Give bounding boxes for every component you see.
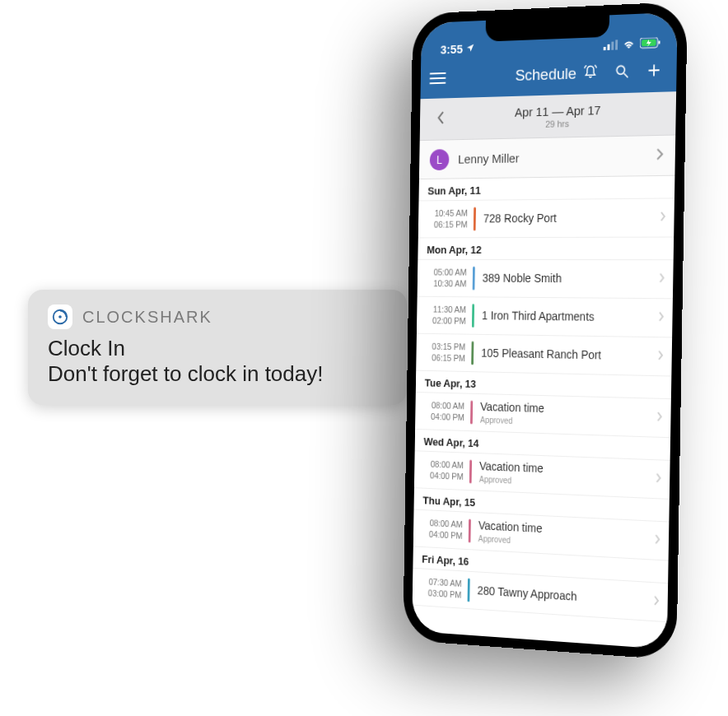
bell-icon[interactable] — [582, 63, 598, 83]
app-icon — [48, 305, 72, 329]
shift-title: 280 Tawny Approach — [477, 583, 653, 609]
nav-bar: Schedule — [420, 49, 677, 99]
chevron-right-icon — [653, 593, 660, 611]
shift-title: Vacation timeApproved — [478, 518, 655, 553]
shift-row[interactable]: 11:30 AM02:00 PM1 Iron Third Apartments — [417, 297, 673, 338]
shift-color-bar — [469, 460, 472, 484]
schedule-list[interactable]: Sun Apr, 1110:45 AM06:15 PM728 Rocky Por… — [412, 176, 674, 649]
notification-app-name: CLOCKSHARK — [82, 308, 212, 327]
day-header: Mon Apr, 12 — [418, 238, 674, 261]
shift-times: 08:00 AM04:00 PM — [422, 518, 469, 542]
shift-title: 389 Noble Smith — [483, 271, 659, 286]
svg-point-1 — [58, 315, 62, 318]
shift-color-bar — [473, 267, 475, 291]
svg-rect-4 — [611, 41, 614, 49]
shift-times: 03:15 PM06:15 PM — [425, 342, 472, 365]
shift-title: 728 Rocky Port — [483, 211, 660, 226]
notification-title: Clock In — [48, 336, 387, 361]
shift-color-bar — [471, 342, 474, 365]
location-arrow-icon — [466, 41, 475, 55]
shift-color-bar — [469, 519, 471, 543]
battery-charging-icon — [640, 37, 661, 49]
shift-title: Vacation timeApproved — [479, 459, 656, 492]
shift-times: 07:30 AM03:00 PM — [422, 576, 468, 601]
shift-row[interactable]: 10:45 AM06:15 PM728 Rocky Port — [418, 198, 674, 238]
shift-times: 10:45 AM06:15 PM — [427, 208, 474, 230]
signal-icon — [604, 40, 618, 50]
day-header: Sun Apr, 11 — [418, 176, 674, 202]
shift-subtitle: Approved — [478, 534, 655, 554]
svg-rect-7 — [659, 40, 660, 44]
employee-name: Lenny Miller — [458, 148, 656, 165]
chevron-right-icon — [655, 470, 661, 488]
chevron-right-icon — [658, 270, 665, 288]
prev-week-button[interactable] — [429, 103, 453, 134]
svg-line-10 — [624, 73, 628, 77]
chevron-right-icon — [660, 209, 666, 227]
status-time: 3:55 — [441, 42, 463, 57]
shift-color-bar — [472, 304, 474, 328]
wifi-icon — [623, 39, 636, 49]
shift-color-bar — [468, 579, 470, 602]
notification-body: Don't forget to clock in today! — [48, 361, 387, 387]
hamburger-icon[interactable] — [428, 69, 448, 87]
phone-frame: 3:55 — [403, 2, 688, 660]
shift-row[interactable]: 05:00 AM10:30 AM389 Noble Smith — [418, 260, 674, 300]
shift-times: 05:00 AM10:30 AM — [427, 267, 474, 289]
svg-point-9 — [617, 65, 625, 73]
shift-times: 08:00 AM04:00 PM — [423, 458, 469, 482]
shift-title: 105 Pleasant Ranch Port — [481, 346, 657, 364]
svg-rect-3 — [607, 44, 609, 49]
shift-subtitle: Approved — [480, 415, 656, 430]
shift-times: 08:00 AM04:00 PM — [424, 400, 471, 423]
svg-rect-2 — [604, 46, 606, 49]
shift-color-bar — [474, 207, 476, 231]
phone-screen: 3:55 — [412, 12, 678, 649]
chevron-right-icon — [654, 532, 660, 550]
push-notification[interactable]: CLOCKSHARK Clock In Don't forget to cloc… — [28, 290, 407, 405]
shift-title: Vacation timeApproved — [480, 400, 656, 431]
shift-subtitle: Approved — [479, 474, 656, 492]
shift-color-bar — [470, 401, 473, 425]
shift-times: 11:30 AM02:00 PM — [426, 305, 473, 327]
date-range-bar: Apr 11 — Apr 17 29 hrs — [420, 91, 676, 141]
chevron-right-icon — [656, 146, 664, 165]
chevron-right-icon — [656, 409, 663, 427]
employee-selector[interactable]: L Lenny Miller — [419, 136, 675, 180]
chevron-right-icon — [658, 309, 665, 327]
avatar: L — [430, 149, 450, 170]
plus-icon[interactable] — [646, 61, 662, 81]
shift-row[interactable]: 03:15 PM06:15 PM105 Pleasant Ranch Port — [416, 334, 672, 377]
search-icon[interactable] — [614, 63, 630, 82]
svg-rect-5 — [615, 40, 618, 49]
shift-title: 1 Iron Third Apartments — [482, 309, 658, 325]
chevron-right-icon — [657, 347, 664, 365]
